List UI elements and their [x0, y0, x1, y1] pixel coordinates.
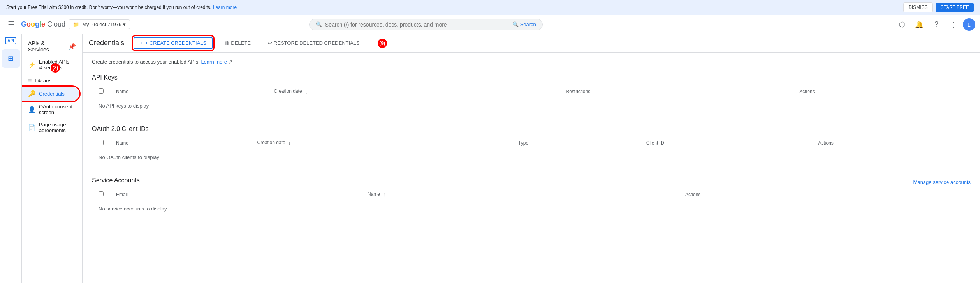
sidebar-item-apis-services[interactable]: ⊞ — [2, 49, 20, 68]
oauth-creation-date-col[interactable]: Creation date ↓ — [251, 136, 512, 150]
restore-icon: ↩ — [268, 40, 272, 46]
api-keys-table: Name Creation date ↓ Restrictions Action… — [92, 84, 971, 113]
api-keys-section: API Keys Name Creation date — [92, 74, 971, 113]
api-keys-select-all-col — [92, 85, 110, 99]
sa-select-all-checkbox[interactable] — [99, 191, 104, 196]
top-banner: Start your Free Trial with $300 in credi… — [0, 0, 980, 15]
enabled-apis-icon: ⚡ — [28, 61, 36, 69]
nav-item-credentials[interactable]: 🔑 Credentials — [22, 87, 79, 101]
google-cloud-logo[interactable]: Google Cloud — [21, 20, 65, 28]
project-name: My Project 71979 — [82, 21, 121, 27]
notifications-button[interactable]: 🔔 — [911, 17, 927, 32]
start-free-button[interactable]: START FREE — [936, 3, 974, 12]
nav-item-page-usage[interactable]: 📄 Page usage agreements — [22, 119, 79, 136]
oauth-client-id-col: Client ID — [640, 136, 812, 150]
oauth-table: Name Creation date ↓ Type Client ID — [92, 136, 971, 164]
banner-message: Start your Free Trial with $300 in credi… — [6, 5, 211, 10]
logo-o1: o — [26, 20, 31, 28]
chevron-down-icon: ▾ — [123, 21, 126, 27]
delete-icon: 🗑 — [224, 40, 229, 46]
logo-g2: g — [35, 20, 39, 28]
sa-email-col: Email — [110, 187, 361, 202]
content-wrapper: API ⊞ APIs & Services 📌 ⚡ Enabled APIs &… — [0, 34, 980, 283]
console-icon-button[interactable]: ⬡ — [894, 17, 910, 32]
delete-button[interactable]: 🗑 DELETE — [219, 38, 256, 48]
sa-empty-message: No service accounts to display — [99, 206, 167, 212]
learn-more-link[interactable]: Learn more — [201, 59, 227, 65]
service-accounts-table-header: Email Name ↑ Actions — [92, 187, 971, 202]
api-keys-select-all-checkbox[interactable] — [99, 88, 104, 94]
oauth-select-all-col — [92, 136, 110, 150]
sa-actions-col: Actions — [679, 187, 970, 202]
credentials-icon: 🔑 — [28, 90, 36, 97]
external-link-icon: ↗ — [229, 59, 233, 65]
service-accounts-header-row: Service Accounts Manage service accounts — [92, 177, 971, 187]
page-title: Credentials — [89, 39, 124, 47]
api-keys-name-col: Name — [110, 85, 268, 99]
sa-select-all-col — [92, 187, 110, 202]
search-input[interactable] — [325, 21, 509, 28]
oauth-type-col: Type — [512, 136, 640, 150]
global-search-bar[interactable]: 🔍 🔍 Search — [309, 19, 543, 30]
oauth-empty-message: No OAuth clients to display — [99, 154, 159, 160]
api-keys-title: API Keys — [92, 74, 971, 81]
oauth-title: OAuth 2.0 Client IDs — [92, 126, 971, 133]
service-accounts-section: Service Accounts Manage service accounts… — [92, 177, 971, 216]
search-button[interactable]: 🔍 Search — [512, 21, 536, 27]
nav-item-oauth-consent[interactable]: 👤 OAuth consent screen — [22, 101, 79, 119]
annotation-badge-9: (9) — [378, 39, 387, 48]
logo-cloud-text: Cloud — [47, 20, 65, 28]
oauth-icon: 👤 — [28, 106, 36, 113]
nav-title: APIs & Services 📌 — [22, 37, 82, 56]
banner-actions: DISMISS START FREE — [903, 2, 974, 12]
oauth-select-all-checkbox[interactable] — [99, 140, 104, 145]
oauth-actions-col: Actions — [812, 136, 970, 150]
search-icon-btn: 🔍 — [512, 21, 519, 27]
help-button[interactable]: ? — [929, 17, 944, 32]
header-right: ⬡ 🔔 ? ⋮ L — [894, 17, 975, 32]
api-keys-empty-row: No API keys to display — [92, 99, 971, 113]
nav-item-library[interactable]: ≡ Library — [22, 74, 79, 87]
oauth-name-col: Name — [110, 136, 251, 150]
page-usage-icon: 📄 — [28, 124, 36, 131]
page-toolbar: Credentials + + CREATE CREDENTIALS 🗑 DEL… — [83, 34, 980, 53]
more-options-button[interactable]: ⋮ — [946, 17, 961, 32]
folder-icon: 📁 — [73, 21, 79, 27]
banner-text: Start your Free Trial with $300 in credi… — [6, 5, 237, 10]
sidebar-api-badge[interactable]: API — [5, 37, 16, 44]
page-description: Create credentials to access your enable… — [92, 59, 971, 65]
oauth-section: OAuth 2.0 Client IDs Name Creation date — [92, 126, 971, 164]
header: ☰ Google Cloud 📁 My Project 71979 ▾ 🔍 🔍 … — [0, 15, 980, 34]
sa-empty-row: No service accounts to display — [92, 202, 971, 216]
api-keys-creation-date-col[interactable]: Creation date ↓ — [268, 85, 560, 99]
left-nav: APIs & Services 📌 ⚡ Enabled APIs & servi… — [22, 34, 83, 283]
service-accounts-table: Email Name ↑ Actions — [92, 187, 971, 216]
logo-g: G — [21, 20, 26, 28]
hamburger-menu-icon[interactable]: ☰ — [5, 17, 18, 32]
apis-services-icon: ⊞ — [8, 54, 14, 63]
dismiss-button[interactable]: DISMISS — [903, 2, 932, 12]
logo-e: e — [41, 20, 45, 28]
nav-item-enabled-apis[interactable]: ⚡ Enabled APIs & services — [22, 56, 79, 74]
sa-sort-up-icon: ↑ — [383, 191, 385, 198]
sa-name-col[interactable]: Name ↑ — [361, 187, 679, 202]
oauth-table-header: Name Creation date ↓ Type Client ID — [92, 136, 971, 150]
pin-icon[interactable]: 📌 — [68, 43, 76, 50]
api-keys-table-header: Name Creation date ↓ Restrictions Action… — [92, 85, 971, 99]
sort-down-icon: ↓ — [305, 88, 308, 95]
api-keys-restrictions-col: Restrictions — [559, 85, 793, 99]
plus-icon: + — [140, 40, 143, 46]
restore-deleted-credentials-button[interactable]: ↩ RESTORE DELETED CREDENTIALS — [262, 38, 365, 48]
api-keys-actions-col: Actions — [793, 85, 970, 99]
oauth-sort-down-icon: ↓ — [288, 140, 291, 146]
banner-learn-more-link[interactable]: Learn more — [213, 5, 237, 10]
sidebar: API ⊞ — [0, 34, 22, 283]
logo-o2: o — [31, 20, 35, 28]
page-body: Create credentials to access your enable… — [83, 53, 980, 235]
library-icon: ≡ — [28, 77, 32, 84]
service-accounts-title: Service Accounts — [92, 177, 140, 184]
user-avatar[interactable]: L — [963, 18, 975, 31]
create-credentials-button[interactable]: + + CREATE CREDENTIALS — [134, 37, 213, 49]
manage-service-accounts-link[interactable]: Manage service accounts — [913, 179, 971, 185]
project-selector[interactable]: 📁 My Project 71979 ▾ — [69, 19, 130, 29]
